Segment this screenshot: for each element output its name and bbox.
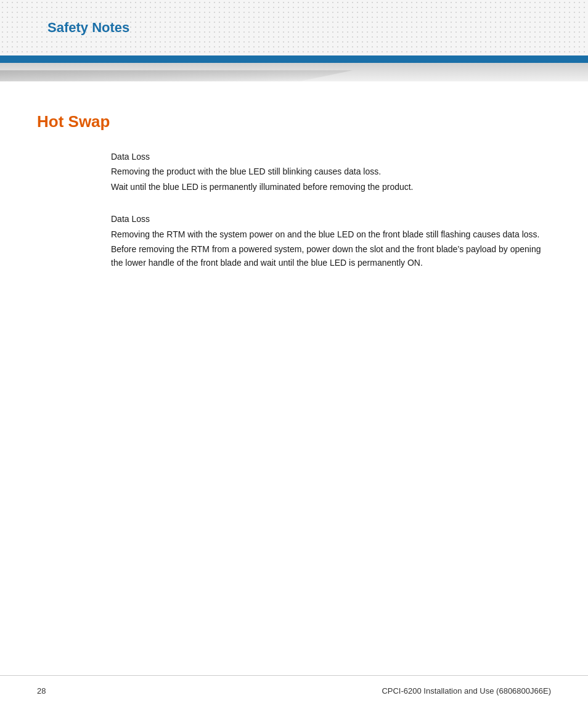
- note-1-label: Data Loss: [111, 150, 551, 163]
- main-content: Hot Swap Data Loss Removing the product …: [0, 81, 588, 338]
- note-2-label: Data Loss: [111, 212, 551, 226]
- footer: 28 CPCI-6200 Installation and Use (68068…: [0, 675, 588, 706]
- note-1-line-1: Removing the product with the blue LED s…: [111, 165, 551, 178]
- note-block-1: Data Loss Removing the product with the …: [111, 150, 551, 194]
- blue-bar: [0, 55, 588, 63]
- section-title: Hot Swap: [37, 112, 551, 131]
- note-1-line-2: Wait until the blue LED is permanently i…: [111, 180, 551, 194]
- page-title: Safety Notes: [47, 20, 129, 36]
- gray-bar: [0, 63, 588, 81]
- note-block-2: Data Loss Removing the RTM with the syst…: [111, 212, 551, 270]
- footer-page-number: 28: [37, 686, 46, 696]
- note-2-line-2: Before removing the RTM from a powered s…: [111, 242, 551, 270]
- note-2-line-1: Removing the RTM with the system power o…: [111, 228, 551, 241]
- footer-document-title: CPCI-6200 Installation and Use (6806800J…: [382, 686, 551, 696]
- header-area: Safety Notes: [0, 0, 588, 55]
